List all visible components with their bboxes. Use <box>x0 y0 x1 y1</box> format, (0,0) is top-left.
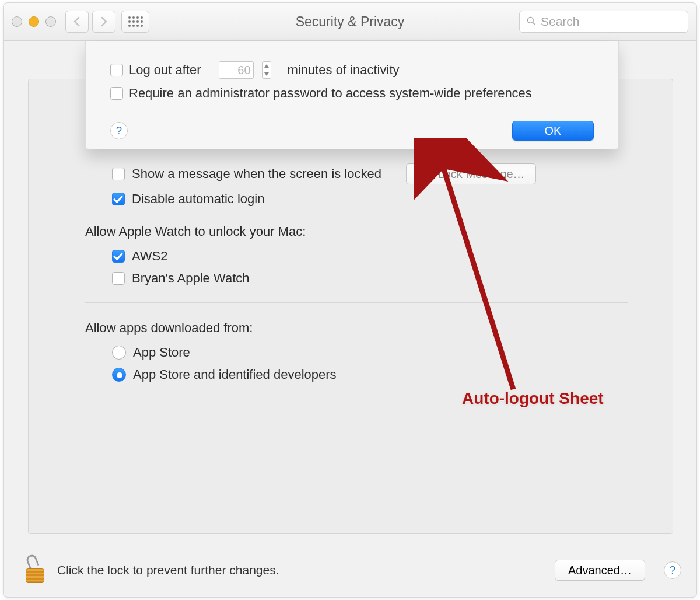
forward-button[interactable] <box>92 11 116 33</box>
auto-logout-sheet: Log out after 60 minutes of inactivity R… <box>85 41 619 149</box>
footer-help-button[interactable]: ? <box>664 561 681 579</box>
disable-auto-login-checkbox[interactable] <box>112 193 125 205</box>
show-lock-message-checkbox[interactable] <box>112 168 125 180</box>
app-store-radio[interactable] <box>112 346 126 360</box>
chevron-up-icon <box>262 62 271 70</box>
watch-bryans-checkbox[interactable] <box>112 272 125 285</box>
watch-aws2-label: AWS2 <box>132 249 168 264</box>
footer: Click the lock to prevent further change… <box>26 557 681 583</box>
sheet-help-button[interactable]: ? <box>110 122 128 139</box>
back-button[interactable] <box>65 11 89 33</box>
show-lock-message-label: Show a message when the screen is locked <box>132 166 382 182</box>
stepper-arrows[interactable] <box>262 61 271 79</box>
lock-text: Click the lock to prevent further change… <box>57 563 279 577</box>
app-store-label: App Store <box>133 345 190 360</box>
logout-suffix-label: minutes of inactivity <box>288 62 400 78</box>
preferences-window: Security & Privacy Search Log out after … <box>3 2 697 598</box>
search-placeholder: Search <box>541 15 580 29</box>
zoom-icon[interactable] <box>46 16 56 27</box>
search-icon <box>527 15 536 29</box>
grid-icon <box>128 16 143 27</box>
chevron-down-icon <box>262 70 271 78</box>
chevron-left-icon <box>73 16 81 27</box>
lock-icon[interactable] <box>26 557 47 583</box>
divider <box>85 302 628 303</box>
advanced-button[interactable]: Advanced… <box>555 560 645 581</box>
ok-button[interactable]: OK <box>512 121 594 141</box>
svg-line-1 <box>533 22 535 25</box>
minimize-icon[interactable] <box>29 16 39 27</box>
logout-prefix-label: Log out after <box>129 62 201 78</box>
chevron-right-icon <box>100 16 108 27</box>
logout-after-checkbox[interactable] <box>110 64 123 76</box>
app-store-dev-label: App Store and identified developers <box>133 367 337 382</box>
general-tab-content: Show a message when the screen is locked… <box>85 163 628 389</box>
show-all-button[interactable] <box>121 11 149 33</box>
search-input[interactable]: Search <box>519 11 688 33</box>
logout-minutes-value: 60 <box>237 64 250 77</box>
disable-auto-login-label: Disable automatic login <box>132 191 264 207</box>
nav-group <box>65 11 116 33</box>
set-lock-message-button[interactable]: Set Lock Message… <box>406 163 536 184</box>
toolbar: Security & Privacy Search <box>4 3 696 41</box>
window-controls <box>12 16 56 27</box>
apple-watch-heading: Allow Apple Watch to unlock your Mac: <box>85 224 628 239</box>
logout-minutes-stepper[interactable]: 60 <box>219 61 254 79</box>
require-admin-label: Require an administrator password to acc… <box>129 86 532 101</box>
annotation-label: Auto-logout Sheet <box>462 389 604 408</box>
close-icon[interactable] <box>12 16 22 27</box>
svg-point-0 <box>528 18 534 23</box>
apps-heading: Allow apps downloaded from: <box>85 320 628 336</box>
watch-aws2-checkbox[interactable] <box>112 250 125 263</box>
app-store-dev-radio[interactable] <box>112 368 126 382</box>
require-admin-checkbox[interactable] <box>110 87 123 100</box>
watch-bryans-label: Bryan's Apple Watch <box>132 271 249 286</box>
